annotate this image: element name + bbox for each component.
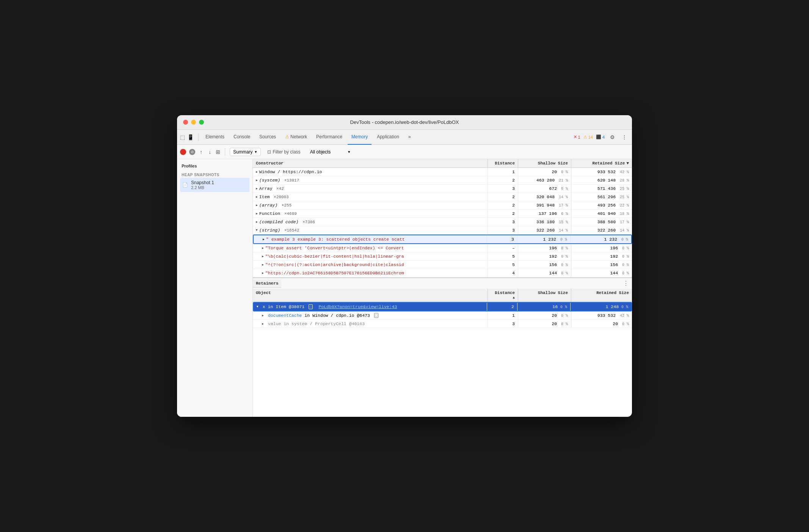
retainers-title: Retainers (253, 280, 281, 288)
tab-sources[interactable]: Sources (256, 130, 280, 145)
expand-arrow-icon[interactable]: ▶ (256, 306, 259, 308)
device-icon[interactable]: 📱 (187, 134, 194, 140)
filter-by-class-button[interactable]: ⊡ Filter by class (264, 148, 304, 156)
retained-cell: 156 0 % (571, 261, 632, 269)
table-row[interactable]: ▶ Item ×20003 2 320 048 14 % 561 296 25 … (253, 193, 632, 201)
expand-arrow-icon[interactable]: ▶ (256, 195, 258, 199)
expand-arrow-icon[interactable]: ▶ (256, 212, 258, 215)
shallow-size-header[interactable]: Shallow Size (518, 159, 571, 167)
expand-arrow-icon[interactable]: ▶ (255, 229, 259, 231)
expand-arrow-icon[interactable]: ▶ (262, 271, 264, 275)
retainer-row[interactable]: ▶ documentCache in Window / cdpn.io @647… (253, 311, 632, 320)
constructor-cell: ▶ "\b(calc|cubic-bezier|fit-content|hsl|… (253, 252, 488, 260)
download-button[interactable]: ↓ (207, 148, 213, 156)
distance-cell: 4 (488, 269, 518, 277)
constructor-cell: ▶ " example 3 example 3: scattered objec… (254, 235, 487, 243)
constructor-cell: ▶ "Torque assert 'Convert<uintptr>(endIn… (253, 244, 488, 252)
expand-arrow-icon[interactable]: ▶ (256, 187, 258, 190)
all-objects-dropdown[interactable]: All objects ▼ (307, 148, 354, 156)
tab-console[interactable]: Console (230, 130, 254, 145)
secondary-toolbar: ⊘ ↑ ↓ ⊞ Summary ▼ ⊡ Filter by class All … (177, 145, 632, 159)
shallow-cell: 20 0 % (518, 168, 571, 176)
expand-arrow-icon[interactable]: ▶ (262, 263, 264, 266)
retained-cell: 144 0 % (571, 269, 632, 277)
ret-retained-header[interactable]: Retained Size (571, 289, 632, 302)
snapshot-name: Snapshot 1 (191, 180, 214, 185)
retainer-row[interactable]: ▶ value in system / PropertyCell @40163 … (253, 320, 632, 328)
tab-network[interactable]: ⚠ Network (281, 130, 311, 145)
table-row[interactable]: ▶ "https://cdpn.io2AC766158D5B7507E17015… (253, 269, 632, 277)
ret-distance-header[interactable]: Distance ▲ (488, 289, 518, 302)
expand-arrow-icon[interactable]: ▶ (263, 238, 265, 241)
expand-arrow-icon[interactable]: ▶ (262, 322, 264, 325)
window-title: DevTools - codepen.io/web-dot-dev/live/P… (350, 119, 459, 125)
expand-arrow-icon[interactable]: ▶ (262, 255, 264, 258)
expand-arrow-icon[interactable]: ▶ (256, 178, 258, 182)
more-options-button[interactable]: ⋮ (620, 133, 629, 142)
filter-icon: ⊡ (267, 149, 271, 155)
tab-more[interactable]: » (404, 130, 415, 145)
upload-button[interactable]: ↑ (198, 148, 204, 156)
distance-header[interactable]: Distance (488, 159, 518, 167)
retained-size-header[interactable]: Retained Size ▼ (571, 159, 632, 167)
table-row[interactable]: ▶ "\b(calc|cubic-bezier|fit-content|hsl|… (253, 252, 632, 261)
constructor-cell: ▶ (compiled code) ×7386 (253, 218, 488, 226)
table-row[interactable]: ▶ Window / https://cdpn.io 1 20 0 % 933 … (253, 168, 632, 176)
shallow-cell: 137 196 6 % (518, 210, 571, 217)
retained-cell: 561 296 25 % (571, 193, 632, 201)
traffic-lights (183, 120, 204, 125)
inspect-icon[interactable]: ⬚ (180, 134, 185, 140)
cleanup-button[interactable]: ⊞ (216, 149, 220, 155)
summary-dropdown[interactable]: Summary ▼ (230, 148, 261, 156)
tab-performance[interactable]: Performance (312, 130, 346, 145)
table-row[interactable]: ▶ Array ×42 3 672 0 % 571 436 25 % (253, 185, 632, 193)
ret-shallow-header[interactable]: Shallow Size (518, 289, 571, 302)
retained-cell: 196 0 % (571, 244, 632, 252)
shallow-cell: 322 260 14 % (518, 226, 571, 234)
expand-arrow-icon[interactable]: ▶ (256, 203, 258, 207)
settings-button[interactable]: ⚙ (608, 133, 617, 142)
warning-badge[interactable]: ⚠ 14 (583, 135, 593, 139)
expand-arrow-icon[interactable]: ▶ (262, 246, 264, 250)
table-row[interactable]: ▶ "Torque assert 'Convert<uintptr>(endIn… (253, 244, 632, 252)
retained-cell: 388 580 17 % (571, 218, 632, 226)
distance-cell: 5 (488, 261, 518, 269)
table-row[interactable]: ▶ Function ×4689 2 137 196 6 % 401 940 1… (253, 210, 632, 218)
snapshot-info: Snapshot 1 2.2 MB (191, 180, 214, 190)
shallow-cell: 1 232 0 % (517, 235, 571, 243)
table-row[interactable]: ▶ "^(?!on|src|(?:action|archive|backgrou… (253, 261, 632, 269)
error-badge[interactable]: ✕ 1 (574, 135, 580, 139)
table-row[interactable]: ▶ " example 3 example 3: scattered objec… (253, 235, 632, 244)
tab-memory[interactable]: Memory (348, 130, 372, 145)
shallow-cell: 196 0 % (518, 244, 571, 252)
tab-elements[interactable]: Elements (202, 130, 228, 145)
info-badge[interactable]: ⬛ 4 (596, 135, 605, 139)
table-row[interactable]: ▶ (system) ×13817 2 463 280 21 % 620 148… (253, 176, 632, 185)
retained-cell: 322 260 14 % (571, 226, 632, 234)
distance-cell: 3 (488, 226, 518, 234)
constructor-cell: ▶ Function ×4689 (253, 210, 488, 217)
cancel-button[interactable]: ⊘ (189, 149, 195, 155)
table-row[interactable]: ▶ (string) ×16542 3 322 260 14 % 322 260… (253, 226, 632, 235)
minimize-button[interactable] (191, 120, 196, 125)
object-cell: ▶ documentCache in Window / cdpn.io @647… (253, 311, 488, 319)
retained-cell: 933 532 42 % (571, 168, 632, 176)
retained-cell: 192 0 % (571, 252, 632, 260)
maximize-button[interactable] (199, 120, 204, 125)
expand-arrow-icon[interactable]: ▶ (256, 170, 258, 174)
retainer-link[interactable]: PoLdb0X?anon=true&view=live:43 (318, 304, 397, 309)
close-button[interactable] (183, 120, 188, 125)
tab-application[interactable]: Application (373, 130, 403, 145)
snapshot-size: 2.2 MB (191, 185, 214, 190)
expand-arrow-icon[interactable]: ▶ (256, 220, 258, 224)
record-button[interactable] (180, 149, 186, 155)
retainer-row[interactable]: ▶ x in Item @38071 ⬚ PoLdb0X?anon=true&v… (253, 302, 632, 311)
ret-shallow-cell: 20 0 % (518, 320, 571, 328)
table-row[interactable]: ▶ (compiled code) ×7386 3 336 180 15 % 3… (253, 218, 632, 226)
title-bar: DevTools - codepen.io/web-dot-dev/live/P… (177, 115, 632, 130)
snapshot-item[interactable]: 📄 Snapshot 1 2.2 MB (180, 178, 249, 192)
distance-cell: 5 (488, 252, 518, 260)
expand-arrow-icon[interactable]: ▶ (262, 314, 264, 317)
table-row[interactable]: ▶ (array) ×255 2 391 948 17 % 493 256 22… (253, 201, 632, 210)
all-objects-chevron-icon: ▼ (347, 150, 351, 154)
